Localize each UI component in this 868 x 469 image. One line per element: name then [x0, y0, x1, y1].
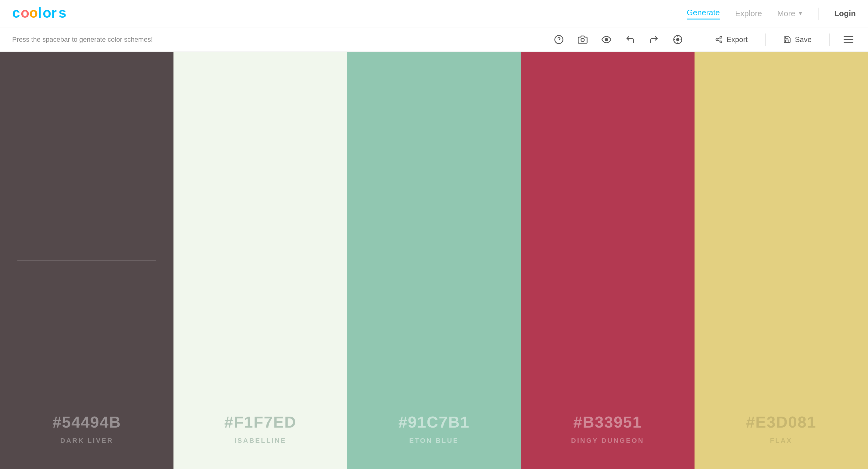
nav-more[interactable]: More ▼ — [777, 9, 803, 18]
color-hex: #91C7B1 — [399, 413, 470, 431]
svg-line-22 — [718, 38, 720, 39]
nav-more-label: More — [777, 9, 795, 18]
color-swatch-dark-liver[interactable]: #54494BDARK LIVER — [0, 52, 174, 469]
color-hex: #54494B — [53, 413, 121, 431]
toolbar-actions: Export Save — [551, 32, 856, 47]
hamburger-line-3 — [844, 42, 854, 43]
color-swatch-dingy-dungeon[interactable]: #B33951DINGY DUNGEON — [521, 52, 694, 469]
svg-point-11 — [606, 39, 607, 40]
save-button[interactable]: Save — [777, 32, 818, 47]
logo[interactable]: c o o l o r s — [12, 4, 67, 24]
color-hex: #E3D081 — [746, 413, 816, 431]
toolbar-divider-3 — [829, 34, 830, 46]
color-picker-icon[interactable] — [670, 32, 685, 47]
svg-text:l: l — [38, 5, 41, 21]
camera-icon[interactable] — [575, 32, 590, 47]
color-name: DARK LIVER — [60, 437, 113, 445]
color-name: FLAX — [770, 437, 793, 445]
hamburger-line-2 — [844, 39, 854, 40]
nav-explore[interactable]: Explore — [735, 9, 762, 18]
svg-text:o: o — [29, 5, 37, 21]
export-button[interactable]: Export — [709, 32, 754, 47]
color-swatch-eton-blue[interactable]: #91C7B1ETON BLUE — [347, 52, 521, 469]
color-hex: #F1F7ED — [224, 413, 297, 431]
svg-text:r: r — [51, 5, 57, 21]
nav: Generate Explore More ▼ Login — [687, 8, 856, 20]
toolbar-hint: Press the spacebar to generate color sch… — [12, 36, 153, 43]
svg-text:o: o — [43, 5, 51, 21]
nav-divider — [818, 8, 819, 20]
svg-point-18 — [720, 36, 722, 38]
color-name: DINGY DUNGEON — [571, 437, 644, 445]
export-label: Export — [726, 35, 748, 44]
svg-point-9 — [581, 38, 585, 42]
swatch-separator — [18, 260, 156, 261]
color-name: ETON BLUE — [409, 437, 459, 445]
redo-icon[interactable] — [646, 32, 661, 47]
hamburger-line-1 — [844, 36, 854, 37]
svg-point-19 — [716, 38, 718, 40]
svg-line-21 — [718, 40, 720, 41]
color-hex: #B33951 — [573, 413, 642, 431]
toolbar: Press the spacebar to generate color sch… — [0, 27, 868, 52]
hamburger-menu[interactable] — [841, 34, 856, 45]
svg-text:s: s — [59, 5, 66, 21]
header: c o o l o r s Generate Explore More ▼ Lo… — [0, 0, 868, 27]
undo-icon[interactable] — [623, 32, 638, 47]
color-swatch-isabelline[interactable]: #F1F7EDISABELLINE — [174, 52, 347, 469]
help-icon[interactable] — [551, 32, 566, 47]
nav-generate[interactable]: Generate — [687, 8, 720, 20]
nav-login[interactable]: Login — [834, 9, 856, 18]
color-swatch-flax[interactable]: #E3D081FLAX — [694, 52, 868, 469]
toolbar-divider-1 — [697, 34, 697, 46]
toolbar-divider-2 — [765, 34, 766, 46]
svg-point-13 — [676, 38, 680, 41]
chevron-down-icon: ▼ — [798, 10, 803, 17]
svg-point-20 — [720, 41, 722, 43]
palette: #54494BDARK LIVER#F1F7EDISABELLINE#91C7B… — [0, 52, 868, 469]
svg-text:c: c — [12, 5, 20, 21]
save-label: Save — [795, 35, 812, 44]
color-name: ISABELLINE — [235, 437, 287, 445]
svg-text:o: o — [21, 5, 29, 21]
eye-icon[interactable] — [599, 32, 614, 47]
